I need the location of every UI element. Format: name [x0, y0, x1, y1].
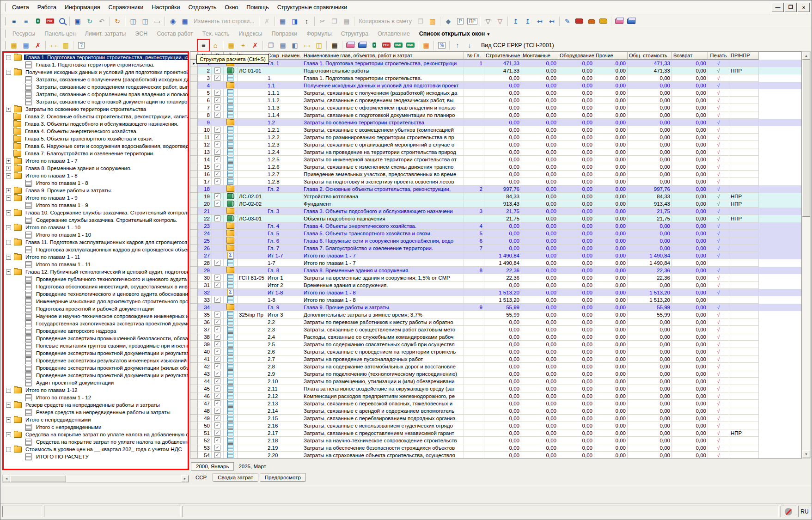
tree-item[interactable]: −Глава 11. Подготовка эксплуатационных к…	[4, 239, 188, 246]
table-row[interactable]: 8✓1.1.4Затраты, связанные с подготовкой …	[190, 111, 801, 119]
checkbox-checked[interactable]: ✓	[214, 385, 220, 392]
tree-child-item[interactable]: Проведение публичного технологического и…	[4, 275, 188, 283]
table-row[interactable]: 52✓2.18Затраты на научно-техническое соп…	[190, 437, 801, 444]
move-up-icon[interactable]: ↑	[452, 40, 463, 51]
copy-icon[interactable]: ❐	[329, 16, 340, 27]
column-header[interactable]: ПР/НПР	[729, 52, 759, 60]
table-row[interactable]: 27ΣИт 1-7Итого по главам 1 - 71 490,840,…	[190, 252, 801, 259]
tree-item[interactable]: −Итого по главам 1 - 11	[4, 253, 188, 261]
table-row[interactable]: ▸1Гл. 1Глава 1. Подготовка территории ст…	[190, 60, 801, 67]
tree-item[interactable]: −Итого по главам 1-12	[4, 386, 188, 394]
panel-tab-disabled[interactable]: Лимит. затраты	[80, 31, 131, 37]
tree-expander-minus[interactable]: −	[6, 417, 11, 422]
level-left-icon[interactable]: ↤	[534, 16, 545, 27]
copy-to-estimate-label[interactable]: Копировать в смету	[359, 18, 412, 24]
table-row[interactable]: 24Гл. 5Глава 5. Объекты транспортного хо…	[190, 230, 801, 237]
window-doc-icon[interactable]: ◫	[313, 40, 324, 51]
tree-child-item[interactable]: Научное и научно-техническое сопровожден…	[4, 312, 188, 320]
pdf2-icon[interactable]: PDF	[381, 40, 392, 51]
table-row[interactable]: 45✓2.11Плата за негативное воздействие н…	[190, 385, 801, 392]
price-book-icon[interactable]: ◆	[443, 16, 454, 27]
move-down-icon[interactable]: ↓	[464, 40, 475, 51]
table-row[interactable]: 42✓2.8Затраты на содержание автомобильны…	[190, 363, 801, 370]
table-row[interactable]: 35✓325/пр ПрИтог 3Дополнительные затраты…	[190, 311, 801, 318]
table-row[interactable]: 19✓ЛС-02-01Устройство котлована84,330,00…	[190, 193, 801, 200]
checkbox-checked[interactable]: ✓	[214, 90, 220, 96]
tree-child-item[interactable]: Государственная экологическая экспертиза…	[4, 320, 188, 327]
level-add-icon[interactable]: ↥	[510, 16, 521, 27]
tree-expander-minus[interactable]: −	[6, 403, 11, 408]
restore-button[interactable]: ❐	[785, 3, 797, 12]
xml-export-icon[interactable]: XML	[393, 40, 404, 51]
table-row[interactable]: 18Гл. 2Глава 2. Основные объекты строите…	[190, 185, 801, 193]
book-orange-icon[interactable]: ▤	[421, 40, 432, 51]
excel2-icon[interactable]: X	[369, 40, 380, 51]
books-pink2-icon[interactable]	[345, 40, 356, 51]
panel-tab-disabled[interactable]: Оглавление	[373, 31, 415, 37]
tree-child-item[interactable]: Итого с непредвиденными	[4, 423, 188, 431]
checkbox-checked[interactable]: ✓	[214, 400, 220, 406]
checkbox-checked[interactable]: ✓	[214, 149, 220, 155]
tree-child-item[interactable]: Затраты, связанные с оформлением прав вл…	[4, 91, 188, 98]
tree-item[interactable]: Глава 7. Благоустройство и озеленение те…	[4, 150, 188, 157]
column-header[interactable]: Оборудование	[558, 52, 594, 60]
column-header[interactable]: Прочие	[594, 52, 628, 60]
table-row[interactable]: 51✓2.17Затраты, связанные с предоставлен…	[190, 429, 801, 437]
p-mode-icon[interactable]: P	[455, 16, 466, 27]
table-row[interactable]: 37✓2.3Затраты, связанные с осуществление…	[190, 326, 801, 333]
delete-calc-icon[interactable]: ✗	[32, 40, 43, 51]
checkbox-checked[interactable]: ✓	[214, 356, 220, 362]
column-header[interactable]: Монтажные	[521, 52, 558, 60]
open-folder-icon[interactable]: ▭	[48, 40, 59, 51]
panel-tab-disabled[interactable]: Поправки	[267, 31, 302, 37]
pdf-export-icon[interactable]: PDF	[44, 16, 55, 27]
tree-expander-minus[interactable]: −	[6, 210, 11, 215]
tree-expander-minus[interactable]: −	[6, 70, 11, 75]
tree-child-item[interactable]: Затраты, связанные с подготовкой докумен…	[4, 98, 188, 105]
checkbox-checked[interactable]: ✓	[214, 178, 220, 184]
column-header[interactable]: № Гл.	[464, 52, 484, 60]
tree-expander-minus[interactable]: −	[6, 173, 11, 178]
table-row[interactable]: 39✓2.5Затраты по содержанию спасательных…	[190, 341, 801, 348]
tree-expander-minus[interactable]: −	[6, 225, 11, 230]
sort-rows-icon[interactable]: ↕	[301, 16, 312, 27]
table-row[interactable]: 23Гл. 4Глава 4. Объекты энергетического …	[190, 222, 801, 230]
table-row[interactable]: 3✓1Глава 1. Подготовка территории строит…	[190, 74, 801, 82]
tree-child-item[interactable]: Аудит проектной документации	[4, 379, 188, 386]
level-up-icon[interactable]: ↥	[522, 16, 533, 27]
copy-doc-icon[interactable]: ❐	[265, 40, 276, 51]
table-row[interactable]: 11✓1.2.2Затраты по разминированию террит…	[190, 134, 801, 141]
checkbox-checked[interactable]: ✓	[214, 67, 220, 73]
table-row[interactable]: 22✓ЛС-03-01Объекты подсобного назначения…	[190, 215, 801, 222]
tree-item[interactable]: Глава 5. Объекты транспортного хозяйства…	[4, 135, 188, 142]
table-row[interactable]: 53✓2.19Затраты на обеспечение безопаснос…	[190, 444, 801, 452]
table-edit-icon[interactable]: ▦	[179, 16, 190, 27]
doc-columns-icon[interactable]: ◨	[289, 16, 300, 27]
checkbox-checked[interactable]: ✓	[214, 341, 220, 347]
checkbox-checked[interactable]: ✓	[214, 334, 220, 340]
table-row[interactable]: 26Гл. 7Глава 7. Благоустройство и озелен…	[190, 245, 801, 252]
change-row-type-label[interactable]: Изменить тип строки...	[194, 18, 255, 24]
home-icon[interactable]: ⌂	[210, 40, 221, 51]
column-header[interactable]: Сокр. наимен.	[266, 52, 302, 60]
globe-edit-icon[interactable]: ◉	[167, 16, 178, 27]
column-header[interactable]: Наименование глав, объектов, работ и зат…	[302, 52, 464, 60]
tree-child-item[interactable]: Проведение экспертизы проектной документ…	[4, 364, 188, 372]
tree-child-item[interactable]: ИТОГО ПО РАСЧЕТУ	[4, 453, 188, 460]
xml-import-icon[interactable]: XML	[405, 40, 416, 51]
table-row[interactable]: 34Гл. 9Глава 9. Прочие работы и затраты.…	[190, 304, 801, 311]
books-blue2-icon[interactable]	[357, 40, 368, 51]
scroll-left-button[interactable]: ◄	[3, 475, 10, 482]
checkbox-checked[interactable]: ✓	[214, 193, 220, 199]
list-doc-icon[interactable]: ▤	[277, 40, 288, 51]
scroll-right-button[interactable]: ►	[181, 475, 189, 482]
table-row[interactable]: 6✓1.1.2Затраты, связанные с проведением …	[190, 97, 801, 104]
checkbox-checked[interactable]: ✓	[214, 371, 220, 377]
paste-buffer-icon[interactable]: ▥	[427, 16, 438, 27]
tree-expander-minus[interactable]: −	[6, 388, 11, 393]
table-row[interactable]: 13✓1.2.4Затраты на проведение на террито…	[190, 148, 801, 156]
checkbox-checked[interactable]: ✓	[214, 408, 220, 414]
menu-item[interactable]: Окно	[220, 3, 242, 12]
table-row[interactable]: 36✓2.2Затраты по перевозке работников к …	[190, 318, 801, 326]
tree-item[interactable]: −Глава 12. Публичный технологический и ц…	[4, 268, 188, 275]
